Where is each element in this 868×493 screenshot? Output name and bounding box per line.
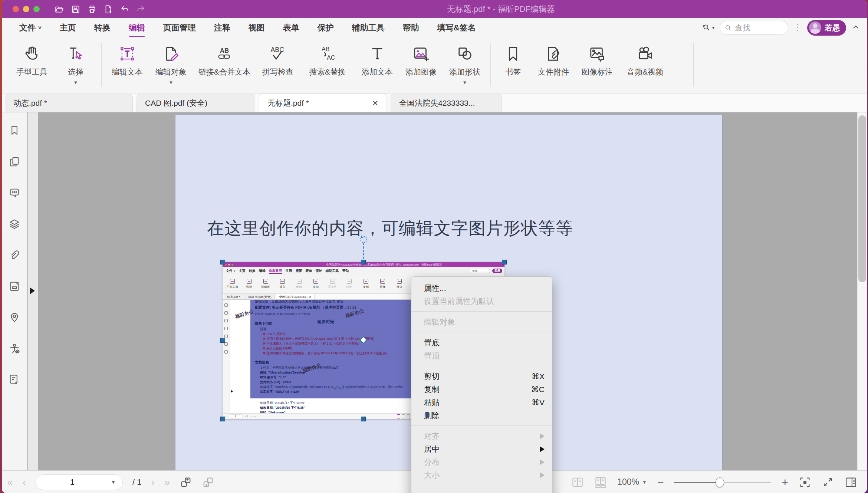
menu-tab[interactable]: 辅助工具˅ <box>351 20 385 36</box>
document-tab[interactable]: CAD 图.pdf (安全) <box>137 94 255 112</box>
image-annotation-button[interactable]: 图像标注 <box>575 42 619 77</box>
document-tab[interactable]: 无标题.pdf * ✕ <box>259 94 387 112</box>
chevron-down-icon[interactable]: ▼ <box>73 81 78 84</box>
context-menu-item[interactable]: 大小 <box>411 469 552 482</box>
last-page-icon[interactable]: » <box>164 477 170 487</box>
selection-handle-nw[interactable] <box>220 260 225 264</box>
zoom-out-icon[interactable]: − <box>657 477 664 488</box>
vertical-scrollbar-thumb[interactable] <box>858 115 866 282</box>
selection-handle-sw[interactable] <box>220 417 225 421</box>
context-menu-item[interactable]: 复制 ⌘C <box>411 383 552 396</box>
document-tab[interactable]: 动态.pdf * <box>5 94 133 112</box>
close-window-button[interactable] <box>13 6 19 12</box>
fullscreen-icon[interactable] <box>822 476 834 489</box>
facing-view-icon[interactable] <box>571 476 584 489</box>
chevron-down-icon[interactable]: ▼ <box>111 479 116 485</box>
bookmark-button[interactable]: 书签 <box>494 42 532 77</box>
selection-handle-n[interactable] <box>361 260 366 264</box>
add-shape-button[interactable]: 添加形状 ▼ <box>443 42 487 84</box>
edit-text-button[interactable]: 编辑文本 <box>105 42 149 77</box>
selection-handle-ne[interactable] <box>502 260 507 264</box>
context-menu-item[interactable]: 剪切 ⌘X <box>411 370 552 383</box>
previous-view-icon[interactable] <box>180 476 192 489</box>
add-image-button[interactable]: 添加图像 <box>399 42 443 77</box>
page-number-input[interactable] <box>43 477 102 487</box>
search-field[interactable] <box>720 21 788 34</box>
next-page-icon[interactable]: › <box>151 477 154 487</box>
bookmarks-panel-icon[interactable] <box>8 124 21 137</box>
zoom-slider-thumb[interactable] <box>716 477 724 487</box>
context-menu-item[interactable]: 删除 <box>411 409 552 422</box>
context-menu-item[interactable]: 编辑对象 <box>411 315 552 328</box>
context-menu-item[interactable] <box>411 328 552 336</box>
vertical-scrollbar[interactable] <box>857 112 867 470</box>
chevron-down-icon[interactable]: ▼ <box>463 81 467 84</box>
spell-check-button[interactable]: ABC 拼写检查 <box>256 42 300 77</box>
zoom-window-button[interactable] <box>33 6 40 12</box>
collapse-ribbon-icon[interactable] <box>851 23 860 33</box>
menu-tab[interactable]: 表单˅ <box>282 20 300 36</box>
menu-tab[interactable]: 页面管理˅ <box>162 20 197 36</box>
context-menu-item[interactable]: 置底 <box>411 336 552 349</box>
menu-tab[interactable]: 文件˅ <box>19 20 42 36</box>
facing-continuous-view-icon[interactable] <box>594 476 607 489</box>
advanced-search-icon[interactable]: ▾ <box>701 23 714 33</box>
chevron-down-icon[interactable]: ▼ <box>169 81 174 84</box>
file-attachment-button[interactable]: 文件附件 <box>532 42 575 77</box>
previous-page-icon[interactable]: ‹ <box>23 477 26 487</box>
undo-icon[interactable] <box>120 4 129 14</box>
comments-panel-icon[interactable] <box>8 187 21 199</box>
minimize-window-button[interactable] <box>23 6 29 12</box>
context-menu-item[interactable]: 属性... <box>411 282 552 295</box>
link-merge-text-button[interactable]: AB 链接&合并文本 <box>193 42 256 77</box>
user-account-button[interactable]: 若愚 <box>807 20 846 36</box>
page-number-field[interactable]: ▼ <box>36 474 123 490</box>
close-tab-icon[interactable]: ✕ <box>372 99 378 108</box>
menu-tab[interactable]: 保护˅ <box>317 20 335 36</box>
audio-video-button[interactable]: 音频&视频 <box>619 42 671 77</box>
selection-handle-s[interactable] <box>361 417 366 421</box>
new-page-icon[interactable] <box>103 4 113 14</box>
menu-tab[interactable]: 转换˅ <box>93 20 111 36</box>
context-menu-item[interactable] <box>411 362 552 370</box>
context-menu-item[interactable]: 分布 <box>411 456 552 469</box>
menu-tab[interactable]: 填写&签名˅ <box>437 20 477 36</box>
form-fields-panel-icon[interactable] <box>8 280 21 293</box>
zoom-in-icon[interactable]: + <box>782 477 788 488</box>
fit-page-icon[interactable] <box>799 476 811 489</box>
hand-tool-button[interactable]: 手型工具 <box>10 42 54 77</box>
select-tool-button[interactable]: 选择 ▼ <box>54 42 98 84</box>
context-menu-item[interactable]: 粘贴 ⌘V <box>411 396 552 409</box>
signatures-panel-icon[interactable] <box>8 374 21 386</box>
context-menu-item[interactable]: 设置当前属性为默认 <box>411 295 552 308</box>
layers-panel-icon[interactable] <box>8 218 21 230</box>
zoom-slider[interactable] <box>674 477 771 487</box>
destinations-panel-icon[interactable] <box>8 311 21 324</box>
context-menu-item[interactable] <box>411 422 552 430</box>
side-panel-icon[interactable] <box>845 476 857 489</box>
page-text-object[interactable]: 在这里创作你的内容，可编辑文字图片形状等等 <box>207 217 615 240</box>
open-folder-icon[interactable] <box>55 4 64 14</box>
search-input[interactable] <box>735 23 779 32</box>
selection-handle-w[interactable] <box>220 338 225 343</box>
menu-tab[interactable]: 编辑˅ <box>128 20 146 36</box>
menu-tab[interactable]: 视图˅ <box>248 20 266 36</box>
attachments-panel-icon[interactable] <box>8 249 21 262</box>
context-menu-item[interactable]: 置顶 <box>411 349 552 362</box>
redo-icon[interactable] <box>136 4 146 14</box>
print-icon[interactable] <box>87 4 97 14</box>
zoom-level-dropdown[interactable]: 100%▼ <box>617 477 647 487</box>
add-text-button[interactable]: 添加文本 <box>355 42 399 77</box>
document-tab[interactable]: 全国法院失4233333... <box>391 94 502 112</box>
first-page-icon[interactable]: « <box>7 477 13 487</box>
pages-panel-icon[interactable] <box>8 155 21 168</box>
more-options-icon[interactable]: ⋮ <box>793 23 802 32</box>
context-menu-item[interactable] <box>411 308 552 315</box>
context-menu-item[interactable]: 居中 <box>411 443 552 456</box>
context-menu-item[interactable]: 对齐 <box>411 430 552 443</box>
next-view-icon[interactable] <box>202 476 214 489</box>
save-icon[interactable] <box>71 4 80 14</box>
menu-tab[interactable]: 主页˅ <box>59 20 77 36</box>
menu-tab[interactable]: 注释˅ <box>213 20 231 36</box>
menu-tab[interactable]: 帮助˅ <box>402 20 420 36</box>
